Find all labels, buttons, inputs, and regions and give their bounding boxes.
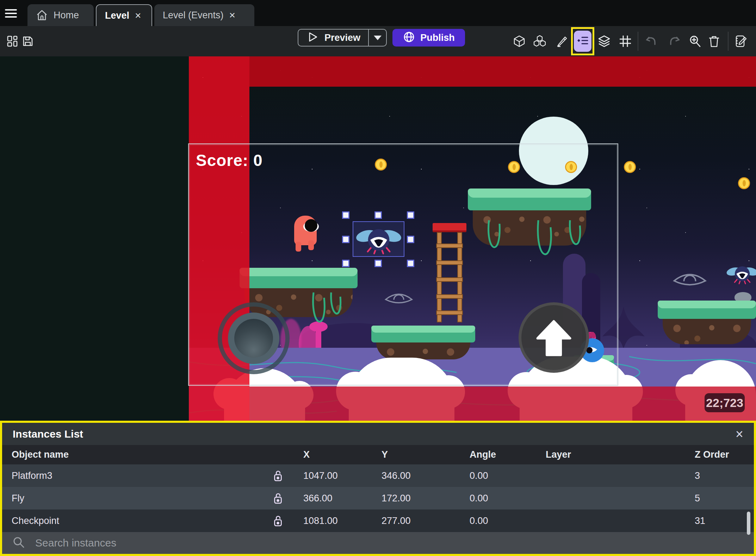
selection-handle[interactable]	[342, 211, 349, 219]
platform-sprite[interactable]	[371, 326, 475, 359]
save-button[interactable]	[20, 33, 36, 49]
tab-level-events-close-icon[interactable]: ×	[229, 10, 236, 20]
selection-handle[interactable]	[407, 260, 414, 267]
edit-scene-button[interactable]	[554, 33, 570, 49]
virtual-joystick-core	[234, 319, 273, 358]
ghost-eye-decoration	[672, 271, 707, 290]
layers-icon	[597, 35, 611, 48]
scene-properties-button[interactable]	[733, 33, 749, 49]
coin-sprite[interactable]	[624, 161, 636, 173]
instance-x: 1081.00	[293, 515, 371, 526]
scene-editor-canvas[interactable]: Score: 0 22;723	[0, 56, 756, 423]
table-row[interactable]: Fly 366.00 172.00 0.00 5	[2, 487, 754, 509]
layers-panel-button[interactable]	[596, 33, 612, 49]
cursor-coordinates-badge: 22;723	[705, 393, 745, 412]
fly-enemy-sprite[interactable]	[726, 262, 756, 285]
preview-dropdown-button[interactable]	[368, 30, 386, 46]
platform-sprite[interactable]	[468, 189, 591, 246]
player-character-sprite[interactable]	[294, 216, 317, 252]
panel-scrollbar[interactable]	[747, 512, 750, 535]
platform-sprite[interactable]	[658, 301, 756, 344]
instance-angle: 0.00	[459, 493, 535, 504]
trash-icon	[708, 35, 720, 48]
dashboard-icon	[6, 35, 18, 47]
col-angle: Angle	[459, 449, 535, 460]
toolbar-separator	[638, 32, 638, 51]
search-instances-input[interactable]	[35, 537, 600, 549]
selection-handle[interactable]	[374, 211, 382, 219]
table-row[interactable]: Platform3 1047.00 346.00 0.00 3	[2, 464, 754, 487]
instance-angle: 0.00	[459, 470, 535, 481]
instance-angle: 0.00	[459, 515, 535, 526]
ghost-eye-decoration	[384, 291, 414, 308]
save-icon	[22, 35, 34, 47]
delete-button[interactable]	[706, 33, 722, 49]
grid-icon	[619, 35, 632, 48]
selection-handle[interactable]	[374, 260, 382, 267]
coin-sprite[interactable]	[375, 159, 387, 171]
instance-name: Checkpoint	[2, 515, 263, 526]
undo-icon	[644, 35, 658, 48]
panels-layout-button[interactable]	[4, 33, 20, 49]
objects-panel-button[interactable]	[511, 33, 527, 49]
object-groups-button[interactable]	[532, 33, 548, 49]
table-header-row: Object name X Y Angle Layer Z Order	[2, 445, 754, 464]
instance-z-order: 5	[684, 493, 754, 504]
instance-x: 366.00	[293, 493, 371, 504]
preview-button[interactable]: Preview	[298, 29, 387, 47]
hamburger-menu-icon[interactable]	[5, 9, 17, 18]
zoom-in-button[interactable]	[687, 33, 703, 49]
cubes-group-icon	[533, 35, 546, 48]
instance-x: 1047.00	[293, 470, 371, 481]
table-row[interactable]: Checkpoint 1081.00 277.00 0.00 31	[2, 509, 754, 532]
search-icon	[13, 536, 25, 550]
tab-home[interactable]: Home	[27, 4, 94, 26]
tab-level[interactable]: Level ×	[96, 4, 152, 26]
instance-z-order: 31	[684, 515, 754, 526]
redo-button[interactable]	[667, 33, 683, 49]
panel-close-icon[interactable]: ×	[736, 427, 743, 441]
unlock-icon[interactable]	[263, 492, 293, 505]
pencil-icon	[556, 35, 568, 48]
selection-handle[interactable]	[342, 260, 349, 267]
col-x: X	[293, 449, 371, 460]
panel-title: Instances List	[13, 428, 83, 440]
col-y: Y	[371, 449, 459, 460]
unlock-icon[interactable]	[263, 469, 293, 482]
coin-sprite[interactable]	[738, 177, 750, 189]
undo-button[interactable]	[643, 33, 659, 49]
col-object-name: Object name	[2, 449, 263, 460]
cube-icon	[513, 35, 526, 48]
publish-button[interactable]: Publish	[392, 29, 465, 47]
coin-sprite[interactable]	[565, 161, 577, 173]
selection-handle[interactable]	[407, 236, 414, 243]
red-kill-zone-bottom[interactable]	[249, 387, 756, 423]
instance-name: Platform3	[2, 470, 263, 481]
selected-fly-instance[interactable]	[353, 221, 404, 257]
instances-list-icon	[576, 33, 589, 49]
jump-button[interactable]	[519, 302, 589, 373]
instances-list-button[interactable]	[574, 31, 591, 52]
home-icon	[36, 9, 48, 21]
selection-handle[interactable]	[407, 211, 414, 219]
grid-toggle-button[interactable]	[617, 33, 633, 49]
ladder-sprite[interactable]	[433, 223, 466, 322]
tab-level-close-icon[interactable]: ×	[135, 10, 141, 21]
publish-label: Publish	[420, 32, 455, 43]
instances-list-panel: Instances List × Object name X Y Angle L…	[0, 421, 756, 556]
toolbar-separator	[728, 32, 729, 51]
instance-y: 346.00	[371, 470, 459, 481]
tab-level-events[interactable]: Level (Events) ×	[154, 4, 254, 26]
col-layer: Layer	[535, 449, 684, 460]
search-bar	[2, 532, 754, 554]
coin-sprite[interactable]	[508, 161, 520, 173]
selection-handle[interactable]	[342, 236, 349, 243]
instance-y: 172.00	[371, 493, 459, 504]
preview-label: Preview	[324, 32, 360, 43]
tab-home-label: Home	[54, 10, 79, 21]
unlock-icon[interactable]	[263, 514, 293, 527]
zoom-in-icon	[689, 35, 701, 48]
moon-sprite[interactable]	[519, 117, 588, 185]
red-kill-zone-top[interactable]	[249, 56, 756, 87]
gdevelop-editor-window: Home Level × Level (Events) ×	[0, 0, 756, 556]
